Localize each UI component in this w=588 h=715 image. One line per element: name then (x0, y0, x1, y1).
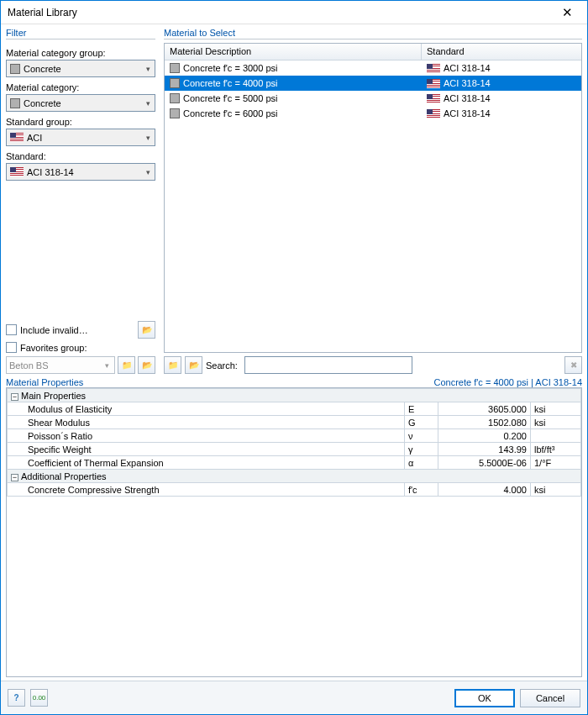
help-button[interactable]: ? (8, 689, 25, 707)
stdgroup-combo[interactable]: ACI ▾ (6, 129, 155, 146)
property-row: Modulus of ElasticityE3605.000ksi (8, 402, 581, 416)
prop-symbol: γ (404, 443, 438, 456)
material-std: ACI 318-14 (444, 78, 491, 88)
chevron-down-icon: ▾ (144, 99, 153, 108)
property-row: Concrete Compressive Strengthf'c4.000ksi (8, 483, 581, 497)
titlebar-text: Material Library (8, 7, 552, 18)
prop-value[interactable]: 1502.080 (438, 416, 530, 429)
material-desc: Concrete f'c = 6000 psi (183, 108, 277, 118)
favorites-checkbox[interactable] (6, 342, 17, 353)
favorites-combo-row: Beton BS ▾ 📁 📂 (6, 356, 155, 374)
properties-grid-body: −Main PropertiesModulus of ElasticityE36… (7, 388, 581, 676)
prop-value[interactable]: 0.200 (438, 429, 530, 443)
new-folder-icon: 📁 (122, 360, 132, 370)
properties-grid: −Main PropertiesModulus of ElasticityE36… (7, 388, 581, 497)
us-flag-icon (427, 64, 440, 73)
collapse-icon[interactable]: − (11, 474, 18, 481)
material-list-body: Concrete f'c = 3000 psiACI 318-14Concret… (165, 60, 581, 352)
edit-categories-button[interactable]: 📂 (138, 321, 155, 339)
close-button[interactable]: ✕ (552, 2, 582, 24)
concrete-swatch-icon (170, 78, 180, 88)
folder-icon: 📂 (142, 325, 152, 334)
search-input[interactable] (244, 356, 412, 374)
us-flag-icon (427, 109, 440, 118)
select-title: Material to Select (164, 28, 582, 39)
properties-title: Material Properties (6, 377, 83, 387)
prop-symbol: G (404, 416, 438, 429)
prop-symbol: α (404, 456, 438, 470)
prop-name: Concrete Compressive Strength (8, 483, 405, 497)
cancel-button[interactable]: Cancel (520, 689, 580, 707)
us-flag-icon (427, 79, 440, 88)
edit-material-button[interactable]: 📂 (185, 356, 202, 374)
prop-name: Shear Modulus (8, 416, 405, 429)
concrete-swatch-icon (10, 64, 20, 74)
chevron-down-icon: ▾ (144, 168, 153, 176)
include-invalid-row: Include invalid… 📂 (6, 321, 155, 339)
material-desc: Concrete f'c = 5000 psi (183, 93, 277, 103)
material-row[interactable]: Concrete f'c = 4000 psiACI 318-14 (165, 76, 581, 91)
prop-value[interactable]: 5.5000E-06 (438, 456, 530, 470)
cat-value: Concrete (24, 98, 61, 108)
material-std: ACI 318-14 (444, 108, 491, 118)
cat-label: Material category: (6, 82, 155, 92)
prop-unit: ksi (530, 402, 580, 416)
property-row: Shear ModulusG1502.080ksi (8, 416, 581, 429)
prop-unit: ksi (530, 416, 580, 429)
clear-search-button[interactable]: ✖ (564, 356, 582, 374)
std-combo[interactable]: ACI 318-14 ▾ (6, 163, 155, 181)
prop-unit: 1/°F (530, 456, 580, 470)
prop-value[interactable]: 143.99 (438, 443, 530, 456)
units-icon: 0.00 (33, 694, 46, 702)
list-toolbar: 📁 📂 Search: ✖ (164, 356, 582, 374)
concrete-swatch-icon (170, 63, 180, 73)
properties-pane: Material Properties Concrete f'c = 4000 … (1, 377, 587, 681)
catgroup-combo[interactable]: Concrete ▾ (6, 60, 155, 77)
col-description[interactable]: Material Description (165, 44, 422, 60)
favorites-row: Favorites group: (6, 342, 155, 353)
catgroup-label: Material category group: (6, 48, 155, 58)
upper-panes: Filter Material category group: Concrete… (1, 24, 587, 377)
collapse-icon[interactable]: − (11, 393, 18, 401)
col-standard[interactable]: Standard (422, 44, 581, 60)
cat-combo[interactable]: Concrete ▾ (6, 94, 155, 112)
open-icon: 📂 (142, 360, 152, 370)
ok-button[interactable]: OK (454, 689, 515, 707)
new-favorite-button[interactable]: 📁 (118, 356, 135, 374)
chevron-down-icon: ▾ (102, 361, 112, 370)
search-label: Search: (206, 360, 241, 371)
edit-icon: 📂 (189, 360, 199, 370)
material-row[interactable]: Concrete f'c = 5000 psiACI 318-14 (165, 91, 581, 106)
open-favorite-button[interactable]: 📂 (138, 356, 155, 374)
prop-symbol: E (404, 402, 438, 416)
favorites-combo[interactable]: Beton BS ▾ (6, 356, 115, 374)
prop-name: Modulus of Elasticity (8, 402, 405, 416)
concrete-swatch-icon (10, 98, 20, 108)
add-material-button[interactable]: 📁 (164, 356, 181, 374)
section-row: −Additional Properties (8, 470, 581, 483)
include-invalid-checkbox[interactable] (6, 324, 17, 335)
properties-context: Concrete f'c = 4000 psi | ACI 318-14 (434, 377, 582, 387)
material-desc: Concrete f'c = 3000 psi (183, 63, 277, 73)
help-icon: ? (13, 693, 18, 702)
concrete-swatch-icon (170, 108, 180, 118)
prop-value[interactable]: 4.000 (438, 483, 530, 497)
units-button[interactable]: 0.00 (30, 689, 48, 707)
prop-unit (530, 429, 580, 443)
stdgroup-label: Standard group: (6, 117, 155, 127)
material-row[interactable]: Concrete f'c = 3000 psiACI 318-14 (165, 60, 581, 76)
filter-title: Filter (6, 28, 155, 39)
favorites-value: Beton BS (9, 360, 102, 371)
prop-value[interactable]: 3605.000 (438, 402, 530, 416)
property-row: Coefficient of Thermal Expansionα5.5000E… (8, 456, 581, 470)
prop-unit: lbf/ft³ (530, 443, 580, 456)
material-list: Material Description Standard Concrete f… (164, 43, 582, 353)
material-row[interactable]: Concrete f'c = 6000 psiACI 318-14 (165, 106, 581, 121)
prop-name: Specific Weight (8, 443, 405, 456)
properties-header: Material Properties Concrete f'c = 4000 … (6, 377, 582, 387)
section-row: −Main Properties (8, 389, 581, 402)
us-flag-icon (427, 94, 440, 103)
concrete-swatch-icon (170, 93, 180, 103)
material-std: ACI 318-14 (444, 93, 491, 103)
favorites-label: Favorites group: (20, 343, 87, 353)
